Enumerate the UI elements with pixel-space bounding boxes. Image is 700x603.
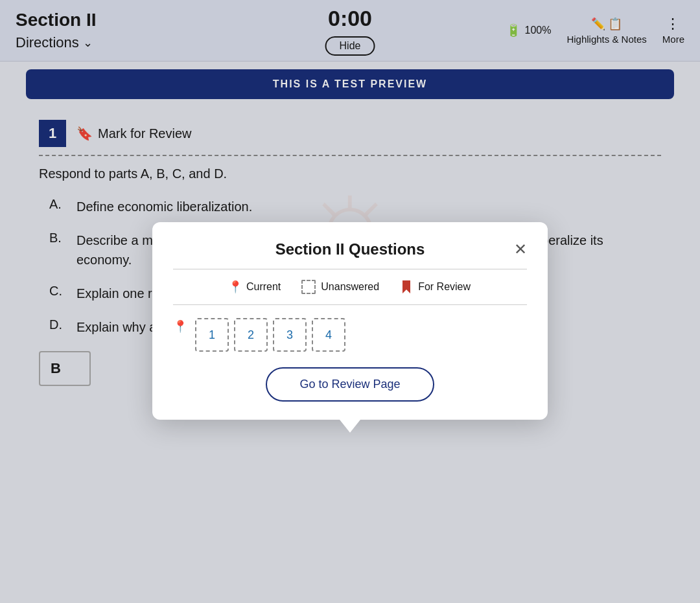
legend-for-review-label: For Review — [418, 281, 471, 293]
legend-unanswered-label: Unanswered — [321, 281, 379, 293]
question-grid: 📍 1 2 3 4 — [173, 318, 527, 352]
question-boxes: 1 2 3 4 — [195, 318, 345, 352]
svg-marker-0 — [402, 280, 410, 293]
go-to-review-button[interactable]: Go to Review Page — [266, 367, 434, 402]
modal-close-button[interactable]: ✕ — [514, 240, 527, 258]
modal-arrow — [340, 420, 360, 433]
modal-header: Section II Questions ✕ — [173, 240, 527, 258]
question-box-2[interactable]: 2 — [234, 318, 268, 352]
section-questions-modal: Section II Questions ✕ 📍 Current Unanswe… — [152, 222, 548, 420]
modal-overlay: Section II Questions ✕ 📍 Current Unanswe… — [0, 0, 700, 603]
modal-top-divider — [173, 269, 527, 269]
modal-title: Section II Questions — [191, 240, 509, 258]
current-location-icon: 📍 — [229, 281, 241, 293]
legend-unanswered: Unanswered — [301, 280, 379, 294]
legend-for-review: For Review — [400, 280, 471, 293]
current-position-icon: 📍 — [173, 319, 187, 334]
grid-row-1: 📍 1 2 3 4 — [173, 318, 527, 352]
question-box-1[interactable]: 1 — [195, 318, 229, 352]
question-box-4[interactable]: 4 — [312, 318, 345, 352]
legend-current-label: Current — [246, 281, 281, 293]
legend: 📍 Current Unanswered For Review — [173, 280, 527, 294]
unanswered-icon — [301, 280, 316, 294]
legend-current: 📍 Current — [229, 281, 281, 293]
for-review-icon — [400, 280, 413, 293]
question-box-3[interactable]: 3 — [273, 318, 307, 352]
legend-divider — [173, 304, 527, 305]
